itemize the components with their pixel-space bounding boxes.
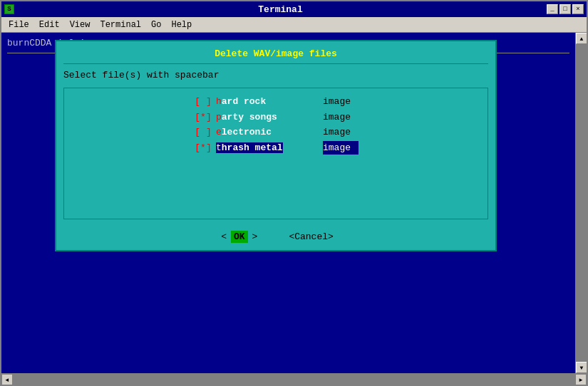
filetype-thrashmetal: image bbox=[323, 141, 359, 155]
menu-go[interactable]: Go bbox=[147, 19, 165, 31]
scroll-up-button[interactable]: ▲ bbox=[576, 33, 587, 44]
filetype-partysongs: image bbox=[323, 110, 359, 125]
filename-text-thrashmetal: hrash metal bbox=[222, 142, 283, 153]
dialog-title: Delete WAV/image files bbox=[63, 48, 488, 64]
list-item[interactable]: [ ] electronic image bbox=[64, 125, 488, 140]
title-bar-left: S bbox=[4, 4, 14, 14]
horizontal-scrollbar: ◄ ► bbox=[1, 373, 587, 385]
dialog-buttons: < OK > <Cancel> bbox=[63, 231, 488, 243]
first-letter-h: h bbox=[216, 96, 222, 107]
terminal-window: S Terminal _ □ × File Edit View Terminal… bbox=[0, 0, 588, 386]
filename-text-hardrock: ard rock bbox=[222, 96, 266, 107]
scroll-down-button[interactable]: ▼ bbox=[576, 362, 587, 373]
menu-edit[interactable]: Edit bbox=[35, 19, 64, 31]
filetype-hardrock: image bbox=[323, 95, 359, 109]
title-bar: S Terminal _ □ × bbox=[1, 1, 587, 17]
checkbox-partysongs: [*] bbox=[193, 110, 213, 125]
maximize-button[interactable]: □ bbox=[559, 4, 571, 14]
filename-partysongs: party songs bbox=[216, 110, 309, 125]
checkbox-thrashmetal: [*] bbox=[193, 141, 213, 155]
dialog-subtitle: Select file(s) with spacebar bbox=[63, 70, 488, 80]
file-list: [ ] hard rock image [*] party songs imag… bbox=[63, 88, 488, 219]
list-item[interactable]: [ ] hard rock image bbox=[64, 94, 488, 110]
title-bar-buttons: _ □ × bbox=[547, 4, 584, 14]
first-letter-e: e bbox=[216, 127, 222, 137]
terminal-area: burnCDDA 1.6.1 Delete WAV/image files Se… bbox=[1, 33, 587, 373]
checkbox-electronic: [ ] bbox=[193, 125, 213, 140]
vertical-scrollbar: ▲ ▼ bbox=[575, 33, 587, 373]
dialog-box: Delete WAV/image files Select file(s) wi… bbox=[55, 40, 497, 251]
menu-help[interactable]: Help bbox=[167, 19, 196, 31]
window-title: Terminal bbox=[14, 4, 547, 15]
list-item[interactable]: [*] party songs image bbox=[64, 110, 488, 125]
menu-view[interactable]: View bbox=[66, 19, 95, 31]
menu-terminal[interactable]: Terminal bbox=[96, 19, 145, 31]
filename-text-partysongs: arty songs bbox=[222, 112, 277, 122]
scroll-right-button[interactable]: ► bbox=[575, 374, 587, 385]
close-button[interactable]: × bbox=[572, 4, 584, 14]
ok-button-group: < OK > bbox=[218, 231, 260, 243]
filetype-electronic: image bbox=[323, 125, 359, 140]
ok-button[interactable]: OK bbox=[231, 231, 248, 243]
filename-text-electronic: lectronic bbox=[222, 127, 272, 137]
scroll-left-button[interactable]: ◄ bbox=[1, 374, 13, 385]
h-scroll-track bbox=[13, 374, 575, 385]
checkbox-hardrock: [ ] bbox=[193, 95, 213, 109]
app-icon: S bbox=[4, 4, 14, 14]
filename-thrashmetal: thrash metal bbox=[216, 141, 309, 155]
arrow-left[interactable]: < bbox=[218, 231, 229, 242]
menu-bar: File Edit View Terminal Go Help bbox=[1, 17, 587, 33]
filename-electronic: electronic bbox=[216, 125, 309, 140]
list-item[interactable]: [*] thrash metal image bbox=[64, 140, 488, 156]
cancel-button[interactable]: <Cancel> bbox=[289, 231, 333, 242]
scroll-track bbox=[576, 44, 587, 362]
first-letter-t: t bbox=[216, 142, 222, 153]
first-letter-p: p bbox=[216, 112, 222, 122]
filename-hardrock: hard rock bbox=[216, 95, 309, 109]
minimize-button[interactable]: _ bbox=[547, 4, 558, 14]
menu-file[interactable]: File bbox=[4, 19, 33, 31]
terminal-content: burnCDDA 1.6.1 Delete WAV/image files Se… bbox=[1, 33, 575, 373]
arrow-right[interactable]: > bbox=[249, 231, 261, 242]
